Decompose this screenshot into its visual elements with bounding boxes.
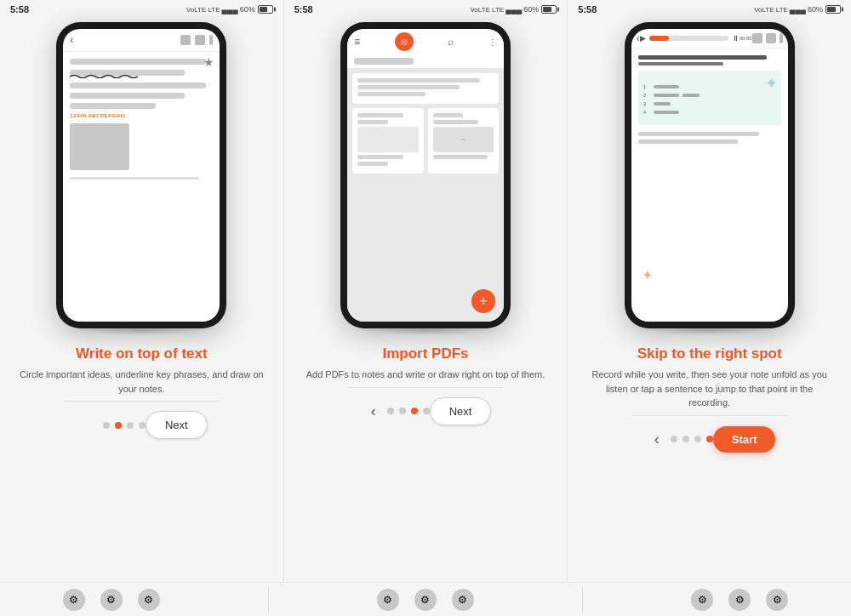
bottom-icon-group-1: ⚙ ⚙ ⚙ — [63, 589, 160, 611]
phone-mockup-2: ≡ ◎ ⌕ ⋮ — [340, 22, 511, 328]
nav-bar-3: ‹ Start — [631, 415, 788, 463]
signal-icon: ▄▄▄ — [222, 5, 238, 14]
phone-screen-2: ≡ ◎ ⌕ ⋮ — [347, 29, 504, 322]
status-icons-3: VoLTE LTE ▄▄▄ 60% — [754, 5, 841, 14]
pdf-preview — [357, 127, 419, 152]
orange-star-sticker: ✦ — [642, 267, 653, 283]
phone-screen-3: ‹ ▶ ⏸ 00:00 — [631, 29, 788, 322]
feature-desc-3: Record while you write, then see your no… — [585, 368, 834, 410]
list-dash-2b — [683, 94, 700, 97]
bottom-icon-4[interactable]: ⚙ — [377, 589, 399, 611]
divider-1 — [268, 587, 269, 613]
more-icon-2: ⋮ — [488, 37, 497, 47]
pdf-line — [357, 120, 388, 124]
feature-title-3: Skip to the right spot — [585, 345, 834, 362]
pdf-content-area: ~ + — [347, 68, 504, 322]
camera-icon: ◎ — [395, 32, 414, 51]
list-num-1: 1 — [643, 84, 650, 89]
topbar-icons — [180, 35, 213, 45]
text-group-1: ★ — [70, 59, 213, 65]
prev-arrow-3[interactable]: ‹ — [643, 425, 671, 453]
pdf-card-row: ~ — [352, 108, 499, 178]
next-button-2[interactable]: Next — [430, 397, 492, 425]
next-button-1[interactable]: Next — [146, 411, 208, 439]
separator-line — [70, 177, 198, 180]
start-button[interactable]: Start — [713, 426, 776, 453]
search-icon: ⌕ — [448, 36, 454, 48]
bottom-icon-8[interactable]: ⚙ — [728, 589, 751, 611]
status-bars: 5:58 VoLTE LTE ▄▄▄ 60% 5:58 VoLTE LTE ▄▄… — [0, 0, 851, 19]
bottom-icon-group-2: ⚙ ⚙ ⚙ — [377, 589, 474, 611]
pdf-line — [357, 92, 426, 96]
list-dash-2 — [654, 94, 679, 97]
bottom-icon-6[interactable]: ⚙ — [452, 589, 474, 611]
pdf-card-2 — [352, 108, 424, 174]
fab-add-button[interactable]: + — [471, 289, 495, 313]
text-line — [70, 59, 206, 65]
screen2-topbar: ≡ ◎ ⌕ ⋮ — [347, 29, 504, 54]
hw-line-2 — [638, 62, 724, 66]
handwriting-section — [638, 55, 781, 66]
timer-text: 00:00 — [740, 36, 752, 41]
dot-3-1 — [671, 436, 677, 442]
list-item-3: 3 — [643, 101, 776, 106]
battery-icon-2 — [541, 5, 557, 14]
dot-1-4 — [139, 422, 146, 429]
feature-desc-2: Add PDFs to notes and write or draw righ… — [306, 368, 545, 382]
bottom-icon-5[interactable]: ⚙ — [414, 589, 437, 611]
dot-2-2 — [399, 408, 406, 414]
highlight-block: 1 2 3 — [638, 71, 781, 125]
bottom-icon-2[interactable]: ⚙ — [100, 589, 123, 611]
time-3: 5:58 — [578, 4, 597, 14]
camera-symbol: ◎ — [401, 37, 408, 46]
feature-title-2: Import PDFs — [306, 345, 545, 362]
sim-icon-2: VoLTE LTE — [470, 6, 504, 14]
bottom-icon-3[interactable]: ⚙ — [138, 589, 160, 611]
dot-3-3 — [694, 436, 701, 442]
divider-2 — [582, 587, 583, 613]
bottom-icon-1[interactable]: ⚙ — [63, 589, 85, 611]
dots-3 — [671, 436, 713, 442]
list-dash-4 — [654, 111, 679, 114]
panel-audio: ‹ ▶ ⏸ 00:00 — [568, 19, 851, 582]
status-bar-1: 5:58 VoLTE LTE ▄▄▄ 60% — [0, 0, 284, 19]
bottom-line-2 — [638, 140, 739, 144]
status-icons-2: VoLTE LTE ▄▄▄ 60% — [470, 5, 557, 14]
bottom-line-1 — [638, 132, 760, 136]
list-num-2: 2 — [643, 93, 650, 98]
list-item-4: 4 — [643, 110, 776, 115]
screen3-content: 1 2 3 — [631, 48, 788, 322]
screen3-topbar: ‹ ▶ ⏸ 00:00 — [631, 29, 788, 48]
signal-icon-2: ▄▄▄ — [505, 5, 522, 14]
dot-1-2 — [115, 422, 122, 429]
pdf-line — [357, 155, 403, 159]
dot-2-3 — [411, 408, 418, 414]
list-dash-1 — [654, 85, 679, 88]
audio-progress-bar[interactable] — [649, 36, 728, 41]
pdf-card-3: ~ — [428, 108, 500, 174]
feature-desc-1: Circle important ideas, underline key ph… — [17, 368, 266, 396]
dot-1-3 — [127, 422, 134, 429]
description-1: Write on top of text Circle important id… — [9, 335, 275, 401]
code-line: 12345 ABCDEFGHIJ — [70, 113, 213, 118]
prev-arrow-2[interactable]: ‹ — [360, 397, 387, 425]
text-line-3 — [70, 83, 206, 88]
time-2: 5:58 — [294, 4, 313, 14]
columns-icon — [180, 35, 191, 45]
image-placeholder — [70, 123, 129, 170]
bottom-icon-bar: ⚙ ⚙ ⚙ ⚙ ⚙ ⚙ ⚙ ⚙ ⚙ — [0, 582, 851, 616]
audio-fill — [649, 36, 669, 41]
dot-2-1 — [387, 408, 394, 414]
description-2: Import PDFs Add PDFs to notes and write … — [298, 335, 554, 387]
text-line-2 — [70, 70, 184, 76]
panel-write: ‹ ★ — [0, 19, 284, 582]
edit-icon-3 — [766, 33, 776, 43]
numbered-list: 1 2 3 — [643, 84, 776, 115]
bottom-icon-7[interactable]: ⚙ — [691, 589, 713, 611]
bottom-icon-9[interactable]: ⚙ — [766, 589, 788, 611]
dots-1 — [103, 422, 146, 429]
phone-mockup-1: ‹ ★ — [56, 22, 226, 328]
list-item-1: 1 — [643, 84, 776, 89]
sim-icon: VoLTE LTE — [186, 6, 220, 14]
pdf-icon: ~ — [460, 135, 465, 145]
